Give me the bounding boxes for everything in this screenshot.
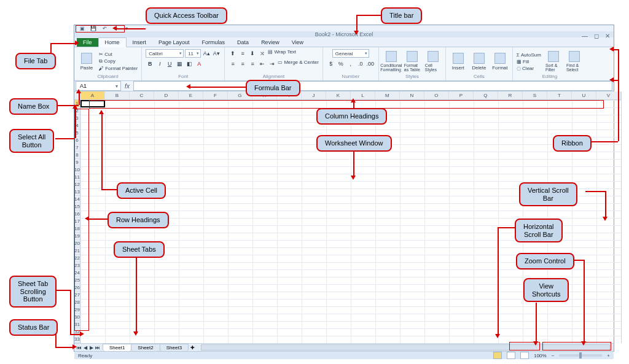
row-header[interactable]: 23: [74, 262, 80, 269]
row-header[interactable]: 28: [74, 299, 80, 306]
indent-inc-icon[interactable]: ⇥: [268, 60, 276, 68]
column-header[interactable]: V: [596, 91, 621, 99]
italic-button[interactable]: I: [155, 60, 164, 68]
row-header[interactable]: 13: [74, 188, 80, 196]
row-header[interactable]: 25: [74, 277, 80, 284]
font-name-select[interactable]: Calibri: [146, 49, 184, 58]
align-left-icon[interactable]: ≡: [229, 60, 237, 68]
zoom-slider[interactable]: [559, 354, 602, 357]
conditional-formatting-button[interactable]: Conditional Formatting: [383, 49, 400, 74]
fill-button[interactable]: ▦ Fill: [517, 59, 541, 64]
wrap-text-button[interactable]: ▤ Wrap Text: [268, 49, 296, 58]
row-header[interactable]: 31: [74, 321, 80, 328]
view-page-break-icon[interactable]: [520, 352, 529, 359]
cut-button[interactable]: ✂ Cut: [99, 52, 138, 57]
maximize-icon[interactable]: ◻: [594, 33, 599, 39]
column-header[interactable]: Q: [474, 91, 498, 99]
insert-cells-button[interactable]: Insert: [450, 49, 467, 74]
column-header[interactable]: N: [400, 91, 424, 99]
merge-center-button[interactable]: ▭ Merge & Center: [278, 60, 319, 68]
row-header[interactable]: 18: [74, 225, 80, 233]
sheet-tab-2[interactable]: Sheet2: [131, 344, 160, 351]
format-as-table-button[interactable]: Format as Table: [404, 49, 421, 74]
tab-insert[interactable]: Insert: [127, 38, 153, 47]
row-header[interactable]: 19: [74, 233, 80, 240]
delete-cells-button[interactable]: Delete: [471, 49, 488, 74]
fx-icon[interactable]: fx: [121, 83, 133, 90]
sort-filter-button[interactable]: Sort & Filter: [545, 49, 562, 74]
grow-font-icon[interactable]: A▴: [202, 49, 211, 58]
number-format-select[interactable]: General: [332, 49, 369, 58]
column-header[interactable]: O: [424, 91, 449, 99]
sheet-tab-1[interactable]: Sheet1: [103, 344, 131, 351]
close-icon[interactable]: ✕: [605, 33, 610, 39]
row-header[interactable]: 15: [74, 203, 80, 211]
tab-view[interactable]: View: [286, 38, 310, 47]
sheet-tab-scrolling-buttons[interactable]: ⏮ ◀ ▶ ⏭: [74, 345, 103, 350]
column-header[interactable]: C: [130, 91, 154, 99]
fill-color-button[interactable]: ◧: [185, 60, 193, 68]
horizontal-scroll-bar[interactable]: [201, 344, 610, 350]
view-page-layout-icon[interactable]: [507, 352, 515, 359]
column-header[interactable]: P: [449, 91, 474, 99]
column-header[interactable]: U: [572, 91, 596, 99]
zoom-out-icon[interactable]: −: [552, 353, 555, 358]
format-cells-button[interactable]: Format: [491, 49, 509, 74]
column-header[interactable]: F: [203, 91, 228, 99]
autosum-button[interactable]: Σ AutoSum: [517, 52, 541, 58]
align-center-icon[interactable]: ≡: [238, 60, 247, 68]
column-header[interactable]: T: [547, 91, 572, 99]
name-box[interactable]: A1: [76, 81, 121, 91]
row-header[interactable]: 12: [74, 181, 80, 188]
row-header[interactable]: 9: [74, 159, 80, 166]
cell-styles-button[interactable]: Cell Styles: [424, 49, 442, 74]
column-header[interactable]: D: [154, 91, 179, 99]
row-header[interactable]: 22: [74, 255, 80, 262]
paste-button[interactable]: Paste: [78, 49, 95, 74]
find-select-button[interactable]: Find & Select: [566, 49, 583, 74]
row-header[interactable]: 11: [74, 174, 80, 181]
format-painter-button[interactable]: 🖌 Format Painter: [99, 66, 138, 71]
align-bottom-icon[interactable]: ⬇: [248, 49, 257, 58]
column-header[interactable]: E: [179, 91, 203, 99]
column-header[interactable]: M: [375, 91, 400, 99]
inc-decimal-icon[interactable]: .0: [356, 60, 365, 68]
column-header[interactable]: K: [326, 91, 351, 99]
next-sheet-icon[interactable]: ▶: [88, 345, 95, 350]
row-header[interactable]: 33: [74, 336, 80, 343]
vertical-scroll-bar[interactable]: [621, 91, 622, 343]
tab-review[interactable]: Review: [255, 38, 286, 47]
row-header[interactable]: 8: [74, 152, 80, 159]
column-header[interactable]: R: [498, 91, 523, 99]
sheet-tab-3[interactable]: Sheet3: [160, 344, 189, 351]
row-header[interactable]: 10: [74, 166, 80, 174]
indent-dec-icon[interactable]: ⇤: [258, 60, 267, 68]
orientation-icon[interactable]: ⤭: [258, 49, 267, 58]
shrink-font-icon[interactable]: A▾: [212, 49, 221, 58]
row-header[interactable]: 27: [74, 292, 80, 299]
row-header[interactable]: 30: [74, 314, 80, 321]
copy-button[interactable]: ⧉ Copy: [99, 58, 138, 64]
last-sheet-icon[interactable]: ⏭: [95, 345, 101, 350]
column-header[interactable]: J: [302, 91, 326, 99]
percent-icon[interactable]: %: [337, 60, 345, 68]
tab-file[interactable]: File: [77, 38, 98, 47]
undo-icon[interactable]: ↶: [100, 25, 109, 31]
row-header[interactable]: 17: [74, 218, 80, 225]
font-color-button[interactable]: A: [195, 60, 203, 68]
row-header[interactable]: 24: [74, 269, 80, 277]
align-right-icon[interactable]: ≡: [248, 60, 257, 68]
align-top-icon[interactable]: ⬆: [229, 49, 237, 58]
font-size-select[interactable]: 11: [185, 49, 201, 58]
dec-decimal-icon[interactable]: .00: [366, 60, 375, 68]
first-sheet-icon[interactable]: ⏮: [76, 345, 82, 350]
active-cell[interactable]: [80, 100, 105, 107]
prev-sheet-icon[interactable]: ◀: [82, 345, 88, 350]
currency-icon[interactable]: $: [327, 60, 335, 68]
row-header[interactable]: 7: [74, 144, 80, 152]
view-normal-icon[interactable]: [493, 352, 502, 359]
border-button[interactable]: ▦: [175, 60, 184, 68]
row-header[interactable]: 26: [74, 284, 80, 292]
tab-page-layout[interactable]: Page Layout: [152, 38, 196, 47]
zoom-percent[interactable]: 100%: [534, 353, 546, 358]
